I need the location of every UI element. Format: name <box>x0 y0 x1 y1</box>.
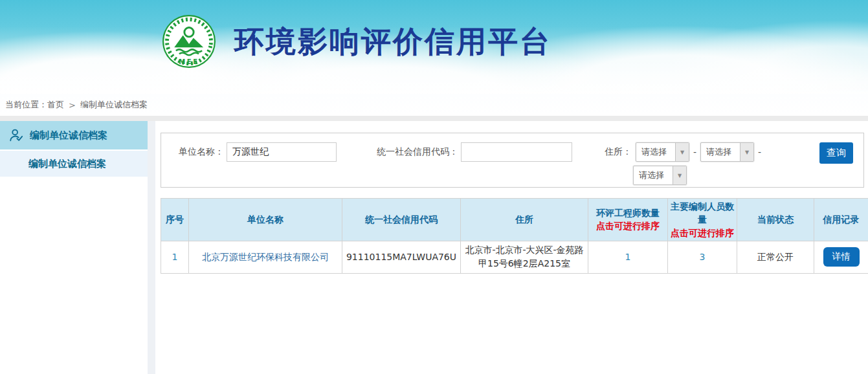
sidebar-divider <box>148 121 155 374</box>
results-table: 序号 单位名称 统一社会信用代码 住所 环评工程师数量 点击可进行排序 主要编制… <box>161 198 868 274</box>
breadcrumb-prefix: 当前位置： <box>5 99 47 111</box>
credit-code-input[interactable] <box>461 142 572 162</box>
sidebar-item-unit-archive[interactable]: 编制单位诚信档案 <box>0 151 148 177</box>
unit-name-input[interactable] <box>227 142 337 162</box>
cell-engineer-count: 1 <box>588 241 668 273</box>
cell-address: 北京市-北京市-大兴区-金苑路甲15号6幢2层A215室 <box>461 241 588 273</box>
query-button[interactable]: 查询 <box>819 142 853 164</box>
brand: MEE 环境影响评价信用平台 <box>162 14 551 69</box>
mee-logo-icon: MEE <box>162 14 216 69</box>
cell-credit-record: 详情 <box>814 241 868 273</box>
province-select[interactable]: 请选择 ▼ <box>636 142 689 162</box>
page-title: 环境影响评价信用平台 <box>234 14 551 69</box>
cell-status: 正常公开 <box>737 241 814 273</box>
unit-name-field: 单位名称： <box>179 142 337 162</box>
col-company: 单位名称 <box>189 199 342 241</box>
district-field: 请选择 ▼ <box>633 165 687 186</box>
unit-name-label: 单位名称： <box>179 146 224 158</box>
main-content: 单位名称： 统一社会信用代码： 住所： 请选择 ▼ - 请选择 ▼ - <box>155 121 868 374</box>
section-divider <box>0 116 868 121</box>
cell-company: 北京万源世纪环保科技有限公司 <box>189 241 342 273</box>
breadcrumb: 当前位置： 首页 > 编制单位诚信档案 <box>0 94 868 116</box>
breadcrumb-home-link[interactable]: 首页 <box>47 99 64 111</box>
breadcrumb-current: 编制单位诚信档案 <box>80 99 148 111</box>
table-row: 1 北京万源世纪环保科技有限公司 91110115MA7LWUA76U 北京市-… <box>161 241 868 273</box>
staff-count-link[interactable]: 3 <box>700 252 706 262</box>
person-check-icon <box>9 128 23 142</box>
col-staff-count-sortable[interactable]: 主要编制人员数量 点击可进行排序 <box>668 199 737 241</box>
col-index: 序号 <box>161 199 189 241</box>
sidebar: 编制单位诚信档案 编制单位诚信档案 <box>0 121 148 374</box>
search-panel: 单位名称： 统一社会信用代码： 住所： 请选择 ▼ - 请选择 ▼ - <box>161 133 864 188</box>
chevron-down-icon: ▼ <box>673 166 686 184</box>
col-credit-record: 信用记录 <box>814 199 868 241</box>
breadcrumb-separator: > <box>69 100 76 110</box>
cell-credit-code: 91110115MA7LWUA76U <box>342 241 461 273</box>
sidebar-item-unit-archive-parent[interactable]: 编制单位诚信档案 <box>0 121 148 151</box>
credit-code-field: 统一社会信用代码： <box>377 142 572 162</box>
credit-code-label: 统一社会信用代码： <box>377 146 458 158</box>
col-credit-code: 统一社会信用代码 <box>342 199 461 241</box>
city-select[interactable]: 请选择 ▼ <box>700 142 754 162</box>
chevron-down-icon: ▼ <box>675 143 689 161</box>
site-header: MEE 环境影响评价信用平台 <box>0 0 868 94</box>
chevron-down-icon: ▼ <box>740 143 753 161</box>
engineer-count-link[interactable]: 1 <box>625 252 631 262</box>
company-link[interactable]: 北京万源世纪环保科技有限公司 <box>202 252 329 262</box>
cell-staff-count: 3 <box>668 241 737 273</box>
table-header-row: 序号 单位名称 统一社会信用代码 住所 环评工程师数量 点击可进行排序 主要编制… <box>161 199 868 241</box>
detail-button[interactable]: 详情 <box>823 247 860 267</box>
col-engineer-count-sortable[interactable]: 环评工程师数量 点击可进行排序 <box>588 199 668 241</box>
sort-hint: 点击可进行排序 <box>669 226 735 239</box>
sidebar-subitem-label: 编制单位诚信档案 <box>28 158 106 170</box>
address-label: 住所： <box>605 146 632 158</box>
col-address: 住所 <box>461 199 588 241</box>
svg-text:MEE: MEE <box>179 58 199 65</box>
sidebar-item-label: 编制单位诚信档案 <box>30 129 107 142</box>
cell-index: 1 <box>161 241 189 273</box>
district-select[interactable]: 请选择 ▼ <box>633 166 687 185</box>
col-status: 当前状态 <box>737 199 814 241</box>
sort-hint: 点击可进行排序 <box>590 219 666 232</box>
address-field: 住所： 请选择 ▼ - 请选择 ▼ - <box>605 142 765 162</box>
